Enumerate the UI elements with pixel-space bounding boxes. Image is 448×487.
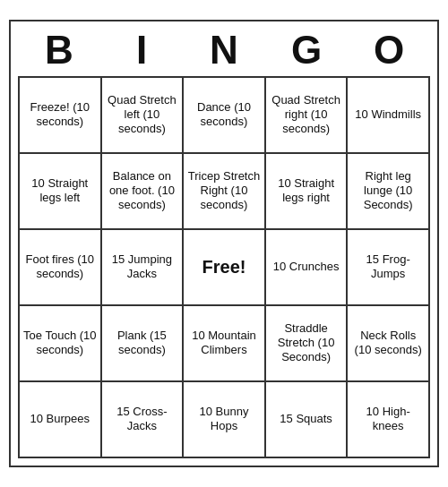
bingo-cell: Quad Stretch left (10 seconds) — [102, 78, 185, 154]
bingo-cell: Straddle Stretch (10 Seconds) — [266, 306, 349, 382]
bingo-letter: B — [18, 29, 100, 72]
bingo-letter: I — [100, 29, 183, 72]
bingo-cell: 10 Bunny Hops — [184, 382, 266, 458]
bingo-cell: 15 Squats — [266, 382, 349, 458]
bingo-cell: Foot fires (10 seconds) — [20, 230, 102, 306]
bingo-cell: Dance (10 seconds) — [184, 78, 266, 154]
bingo-cell: 10 Burpees — [20, 382, 102, 458]
bingo-cell: Plank (15 seconds) — [102, 306, 185, 382]
bingo-grid: Freeze! (10 seconds)Quad Stretch left (1… — [18, 76, 430, 458]
bingo-card: BINGO Freeze! (10 seconds)Quad Stretch l… — [9, 20, 439, 466]
bingo-cell: Right leg lunge (10 Seconds) — [348, 154, 430, 230]
bingo-cell: Balance on one foot. (10 seconds) — [102, 154, 185, 230]
bingo-cell: Tricep Stretch Right (10 seconds) — [184, 154, 266, 230]
bingo-letter: O — [348, 29, 430, 72]
bingo-cell: 10 Crunches — [266, 230, 349, 306]
bingo-cell: 10 Straight legs right — [266, 154, 349, 230]
bingo-cell: 10 Mountain Climbers — [184, 306, 266, 382]
bingo-cell: 10 Straight legs left — [20, 154, 102, 230]
bingo-cell: 15 Frog-Jumps — [348, 230, 430, 306]
bingo-cell: Quad Stretch right (10 seconds) — [266, 78, 349, 154]
bingo-letter: N — [183, 29, 265, 72]
bingo-header: BINGO — [18, 29, 430, 72]
bingo-cell: Freeze! (10 seconds) — [20, 78, 102, 154]
bingo-cell: Toe Touch (10 seconds) — [20, 306, 102, 382]
bingo-cell: Free! — [184, 230, 266, 306]
bingo-cell: 15 Jumping Jacks — [102, 230, 185, 306]
bingo-letter: G — [265, 29, 348, 72]
bingo-cell: 10 High-knees — [348, 382, 430, 458]
bingo-cell: 10 Windmills — [348, 78, 430, 154]
bingo-cell: 15 Cross-Jacks — [102, 382, 185, 458]
bingo-cell: Neck Rolls (10 seconds) — [348, 306, 430, 382]
